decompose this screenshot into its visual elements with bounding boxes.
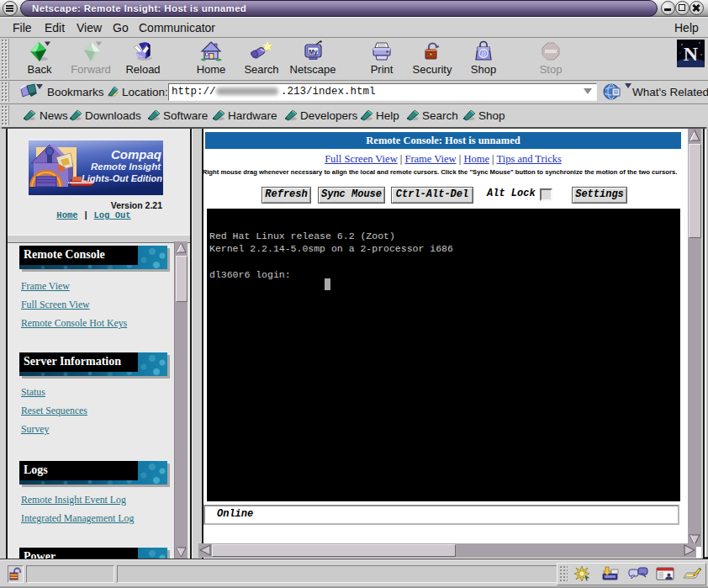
svg-text:Compaq: Compaq (111, 147, 161, 162)
svg-text:@: @ (481, 50, 486, 59)
svg-text:My: My (309, 48, 318, 56)
svg-text:Lights-Out Edition: Lights-Out Edition (82, 173, 162, 183)
svg-text:N: N (684, 43, 699, 65)
svg-text:Remote Insight: Remote Insight (91, 162, 161, 172)
